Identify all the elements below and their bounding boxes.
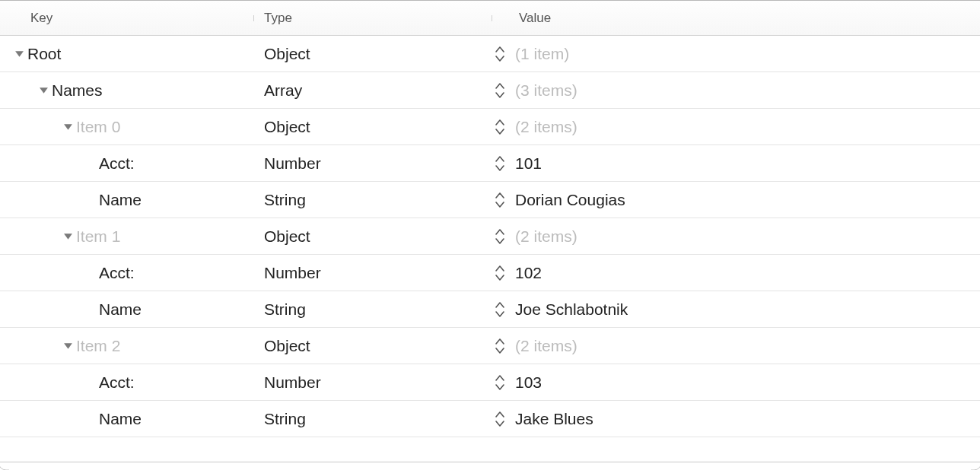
window-bottom-frame	[0, 456, 980, 470]
header-type-label: Type	[264, 11, 292, 25]
value-label[interactable]: Jake Blues	[515, 411, 593, 427]
type-stepper-icon[interactable]	[495, 411, 515, 427]
type-cell[interactable]: Array	[253, 82, 492, 98]
type-label: Object	[264, 227, 310, 245]
key-label[interactable]: Item 2	[76, 338, 120, 354]
type-cell[interactable]: String	[253, 301, 492, 317]
key-label[interactable]: Item 0	[76, 119, 120, 135]
key-label[interactable]: Acct:	[99, 155, 135, 171]
type-stepper-icon[interactable]	[495, 46, 515, 62]
type-label: Array	[264, 81, 302, 99]
key-label[interactable]: Name	[99, 192, 142, 208]
type-stepper-icon[interactable]	[495, 228, 515, 245]
type-label: String	[264, 191, 306, 208]
value-label[interactable]: 103	[515, 374, 542, 390]
key-label[interactable]: Acct:	[99, 265, 135, 281]
value-label[interactable]: 102	[515, 265, 542, 281]
type-stepper-icon[interactable]	[495, 301, 515, 318]
table-row[interactable]: NameStringDorian Cougias	[0, 182, 980, 218]
type-cell[interactable]: String	[253, 411, 492, 427]
table-row[interactable]: Acct:Number103	[0, 364, 980, 401]
table-row[interactable]: Item 0Object(2 items)	[0, 109, 980, 145]
type-cell[interactable]: Object	[253, 46, 492, 62]
type-stepper-icon[interactable]	[495, 265, 515, 281]
type-label: Object	[264, 45, 310, 62]
table-row[interactable]: NamesArray(3 items)	[0, 72, 980, 109]
value-label[interactable]: (2 items)	[515, 228, 578, 244]
type-cell[interactable]: Object	[253, 119, 492, 135]
disclosure-triangle-icon[interactable]	[35, 85, 52, 95]
table-header: Key Type Value	[0, 0, 980, 36]
type-stepper-icon[interactable]	[495, 192, 515, 208]
disclosure-triangle-icon[interactable]	[59, 341, 76, 351]
type-stepper-icon[interactable]	[495, 119, 515, 135]
type-stepper-icon[interactable]	[495, 374, 515, 391]
type-stepper-icon[interactable]	[495, 155, 515, 172]
disclosure-triangle-icon[interactable]	[59, 231, 76, 241]
header-value-label: Value	[519, 11, 551, 25]
header-type[interactable]: Type	[253, 11, 492, 26]
value-label[interactable]: (2 items)	[515, 119, 578, 135]
table-row[interactable]: NameStringJake Blues	[0, 401, 980, 437]
type-stepper-icon[interactable]	[495, 82, 515, 99]
value-label[interactable]: (3 items)	[515, 82, 578, 98]
disclosure-triangle-icon[interactable]	[11, 49, 27, 59]
type-cell[interactable]: Object	[253, 228, 492, 244]
type-label: Number	[264, 264, 321, 281]
key-label[interactable]: Item 1	[76, 228, 120, 244]
table-row[interactable]: NameStringJoe Schlabotnik	[0, 291, 980, 328]
key-label[interactable]: Name	[99, 301, 142, 317]
disclosure-triangle-icon[interactable]	[59, 122, 76, 132]
type-label: Number	[264, 373, 321, 391]
key-label[interactable]: Names	[52, 82, 103, 98]
type-cell[interactable]: Object	[253, 338, 492, 354]
plist-rows: RootObject(1 item)NamesArray(3 items)Ite…	[0, 36, 980, 437]
value-label[interactable]: (1 item)	[515, 46, 569, 62]
table-row[interactable]: Acct:Number102	[0, 255, 980, 291]
key-label[interactable]: Root	[27, 46, 61, 62]
table-row[interactable]: Acct:Number101	[0, 145, 980, 182]
type-cell[interactable]: Number	[253, 374, 492, 390]
type-label: String	[264, 300, 306, 318]
header-value[interactable]: Value	[492, 11, 980, 26]
table-row[interactable]: Item 2Object(2 items)	[0, 328, 980, 364]
type-label: Number	[264, 154, 321, 172]
type-label: Object	[264, 118, 310, 135]
type-cell[interactable]: Number	[253, 265, 492, 281]
type-label: Object	[264, 337, 310, 354]
table-row[interactable]: RootObject(1 item)	[0, 36, 980, 72]
value-label[interactable]: 101	[515, 155, 542, 171]
type-cell[interactable]: String	[253, 192, 492, 208]
key-label[interactable]: Acct:	[99, 374, 135, 390]
key-label[interactable]: Name	[99, 411, 142, 427]
table-row[interactable]: Item 1Object(2 items)	[0, 218, 980, 255]
type-label: String	[264, 410, 306, 427]
header-key[interactable]: Key	[0, 11, 253, 26]
type-cell[interactable]: Number	[253, 155, 492, 171]
value-label[interactable]: (2 items)	[515, 338, 578, 354]
type-stepper-icon[interactable]	[495, 338, 515, 354]
value-label[interactable]: Dorian Cougias	[515, 192, 625, 208]
value-label[interactable]: Joe Schlabotnik	[515, 301, 628, 317]
